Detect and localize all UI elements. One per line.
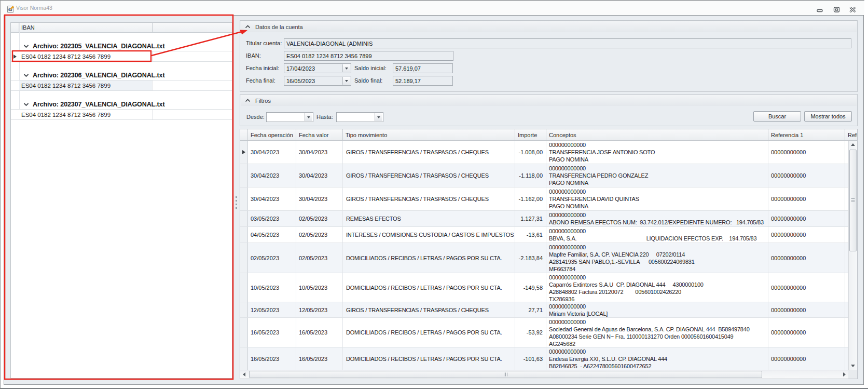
grid-row[interactable]: 04/05/202302/05/2023INTERESES / COMISION… [240, 227, 849, 243]
cell-fecha-valor[interactable]: 12/05/2023 [296, 302, 343, 317]
cell-fecha-valor[interactable]: 16/05/2023 [296, 347, 343, 370]
grid-row[interactable]: 16/05/202316/05/2023DOMICILIADOS / RECIB… [240, 318, 849, 347]
tree-row-iban-202307[interactable]: ES04 0182 1234 8712 3456 7899 [11, 109, 232, 120]
cell-tipo-movimiento[interactable]: DOMICILIADOS / RECIBOS / LETRAS / PAGOS … [343, 318, 515, 347]
iban-field[interactable]: ES04 0182 1234 8712 3456 7899 [284, 51, 453, 61]
cell-fecha-operacion[interactable]: 10/05/2023 [248, 273, 296, 302]
chevron-down-icon[interactable] [23, 73, 29, 77]
hasta-field[interactable] [336, 112, 383, 122]
cell-tipo-movimiento[interactable]: GIROS / TRANSFERENCIAS / TRASPASOS / CHE… [343, 302, 515, 317]
tree-cell-iban[interactable]: ES04 0182 1234 8712 3456 7899 [19, 51, 153, 61]
cell-fecha-operacion[interactable]: 30/04/2023 [248, 141, 296, 164]
grid-row[interactable]: 03/05/202302/05/2023REMESAS EFECTOS1.127… [240, 211, 849, 227]
cell-fecha-operacion[interactable]: 16/05/2023 [248, 318, 296, 347]
cell-fecha-valor[interactable]: 02/05/2023 [296, 227, 343, 243]
grid-column-conceptos[interactable]: Conceptos [546, 129, 768, 140]
cell-importe[interactable]: 1.127,31 [515, 211, 546, 226]
tree-cell-iban[interactable]: ES04 0182 1234 8712 3456 7899 [19, 110, 153, 119]
cell-fecha-valor[interactable]: 02/05/2023 [296, 211, 343, 226]
mostrar-todos-button[interactable]: Mostrar todos [804, 111, 852, 122]
cell-fecha-operacion[interactable]: 30/04/2023 [248, 164, 296, 187]
cell-conceptos[interactable]: 000000000000 TRANSFERENCIA PEDRO GONZALE… [546, 164, 768, 187]
grid-column-tipo-movimiento[interactable]: Tipo movimiento [343, 129, 515, 140]
titular-field[interactable]: VALENCIA-DIAGONAL (ADMINIS [284, 38, 851, 48]
saldo-final-field[interactable]: 52.189,17 [393, 76, 453, 86]
cell-conceptos[interactable]: 000000000000 Endesa Energia XXI, S.L.U. … [546, 347, 768, 370]
cell-fecha-operacion[interactable]: 02/05/2023 [248, 243, 296, 273]
cell-fecha-operacion[interactable]: 12/05/2023 [248, 302, 296, 317]
grid-row[interactable]: 30/04/202330/04/2023GIROS / TRANSFERENCI… [240, 141, 849, 164]
vertical-scroll-thumb[interactable] [849, 150, 857, 251]
cell-conceptos[interactable]: 000000000000 Mapfre Familiar, S.A. CP. V… [546, 243, 768, 273]
grid-row[interactable]: 30/04/202330/04/2023GIROS / TRANSFERENCI… [240, 164, 849, 187]
cell-conceptos[interactable]: 000000000000 TRANSFERENCIA DAVID QUINTAS… [546, 187, 768, 210]
grid-row[interactable]: 12/05/202312/05/2023GIROS / TRANSFERENCI… [240, 302, 849, 318]
fecha-inicial-dropdown-button[interactable] [342, 64, 350, 72]
cell-importe[interactable]: -2.183,84 [515, 243, 546, 273]
tree-group-202306[interactable]: Archivo: 202306_VALENCIA_DIAGONAL.txt [11, 71, 232, 80]
splitter-handle[interactable] [236, 196, 238, 220]
scroll-down-button[interactable] [849, 362, 857, 370]
cell-tipo-movimiento[interactable]: DOMICILIADOS / RECIBOS / LETRAS / PAGOS … [343, 273, 515, 302]
grid-row[interactable]: 02/05/202302/05/2023DOMICILIADOS / RECIB… [240, 243, 849, 273]
collapse-up-icon[interactable] [245, 25, 251, 29]
grid-row[interactable]: 30/04/202330/04/2023GIROS / TRANSFERENCI… [240, 187, 849, 211]
cell-importe[interactable]: -1.118,00 [515, 164, 546, 187]
grid-row[interactable]: 10/05/202310/05/2023DOMICILIADOS / RECIB… [240, 273, 849, 302]
cell-importe[interactable]: -101,63 [515, 347, 546, 370]
cell-fecha-operacion[interactable]: 30/04/2023 [248, 187, 296, 210]
cell-importe[interactable]: -53,92 [515, 318, 546, 347]
cell-importe[interactable]: -1.162,00 [515, 187, 546, 210]
cell-referencia-1[interactable]: 00000000000 [768, 273, 845, 302]
cell-fecha-operacion[interactable]: 16/05/2023 [248, 347, 296, 370]
grid-row[interactable]: 16/05/202316/05/2023DOMICILIADOS / RECIB… [240, 347, 849, 370]
cell-fecha-valor[interactable]: 30/04/2023 [296, 141, 343, 164]
scroll-up-button[interactable] [849, 141, 857, 149]
filters-panel-caption[interactable]: Filtros [241, 95, 857, 106]
scroll-right-button[interactable] [841, 371, 848, 378]
cell-tipo-movimiento[interactable]: GIROS / TRANSFERENCIAS / TRASPASOS / CHE… [343, 164, 515, 187]
tree-column-iban[interactable]: IBAN [19, 23, 153, 32]
cell-fecha-valor[interactable]: 30/04/2023 [296, 164, 343, 187]
cell-tipo-movimiento[interactable]: DOMICILIADOS / RECIBOS / LETRAS / PAGOS … [343, 347, 515, 370]
grid-column-referencia-1[interactable]: Referencia 1 [768, 129, 845, 140]
tree-column-empty[interactable] [153, 23, 232, 32]
tree-cell-iban[interactable]: ES04 0182 1234 8712 3456 7899 [19, 81, 153, 90]
cell-conceptos[interactable]: 000000000000 TRANSFERENCIA JOSE ANTONIO … [546, 141, 768, 164]
grid-column-importe[interactable]: Importe [515, 129, 546, 140]
cell-fecha-operacion[interactable]: 04/05/2023 [248, 227, 296, 243]
cell-fecha-valor[interactable]: 10/05/2023 [296, 273, 343, 302]
cell-fecha-valor[interactable]: 16/05/2023 [296, 318, 343, 347]
fecha-final-field[interactable]: 16/05/2023 [284, 76, 351, 86]
chevron-down-icon[interactable] [23, 44, 29, 48]
cell-conceptos[interactable]: 000000000000 BBVA, S.A. LIQUIDACION EFEC… [546, 227, 768, 243]
restore-button[interactable] [833, 7, 840, 12]
cell-fecha-operacion[interactable]: 03/05/2023 [248, 211, 296, 226]
fecha-inicial-field[interactable]: 17/04/2023 [284, 63, 351, 73]
cell-referencia-1[interactable]: 00000000000 [768, 187, 845, 210]
vertical-scrollbar[interactable] [848, 141, 857, 370]
tree-group-202305[interactable]: Archivo: 202305_VALENCIA_DIAGONAL.txt [11, 42, 232, 51]
horizontal-scroll-thumb[interactable] [249, 371, 762, 378]
cell-fecha-valor[interactable]: 30/04/2023 [296, 187, 343, 210]
buscar-button[interactable]: Buscar [753, 111, 801, 122]
desde-field[interactable] [266, 112, 313, 122]
cell-referencia-1[interactable]: 00000000000 [768, 211, 845, 226]
cell-tipo-movimiento[interactable]: INTERESES / COMISIONES CUSTODIA / GASTOS… [343, 227, 515, 243]
cell-tipo-movimiento[interactable]: DOMICILIADOS / RECIBOS / LETRAS / PAGOS … [343, 243, 515, 273]
cell-tipo-movimiento[interactable]: REMESAS EFECTOS [343, 211, 515, 226]
cell-tipo-movimiento[interactable]: GIROS / TRANSFERENCIAS / TRASPASOS / CHE… [343, 141, 515, 164]
close-button[interactable] [849, 7, 856, 12]
horizontal-scrollbar[interactable] [240, 370, 848, 379]
cell-importe[interactable]: -13,61 [515, 227, 546, 243]
cell-conceptos[interactable]: 000000000000 Sociedad General de Aguas d… [546, 318, 768, 347]
scroll-left-button[interactable] [240, 371, 248, 378]
cell-referencia-1[interactable]: 00000000000 [768, 302, 845, 317]
cell-referencia-1[interactable]: 00000000000 [768, 318, 845, 347]
cell-importe[interactable]: 27,71 [515, 302, 546, 317]
grid-column-fecha-valor[interactable]: Fecha valor [296, 129, 343, 140]
hasta-dropdown-button[interactable] [375, 113, 382, 121]
cell-conceptos[interactable]: 000000000000 ABONO REMESA EFECTOS NUM: 9… [546, 211, 768, 226]
tree-row-iban-202305[interactable]: ES04 0182 1234 8712 3456 7899 [11, 51, 232, 62]
fecha-final-dropdown-button[interactable] [342, 77, 350, 85]
